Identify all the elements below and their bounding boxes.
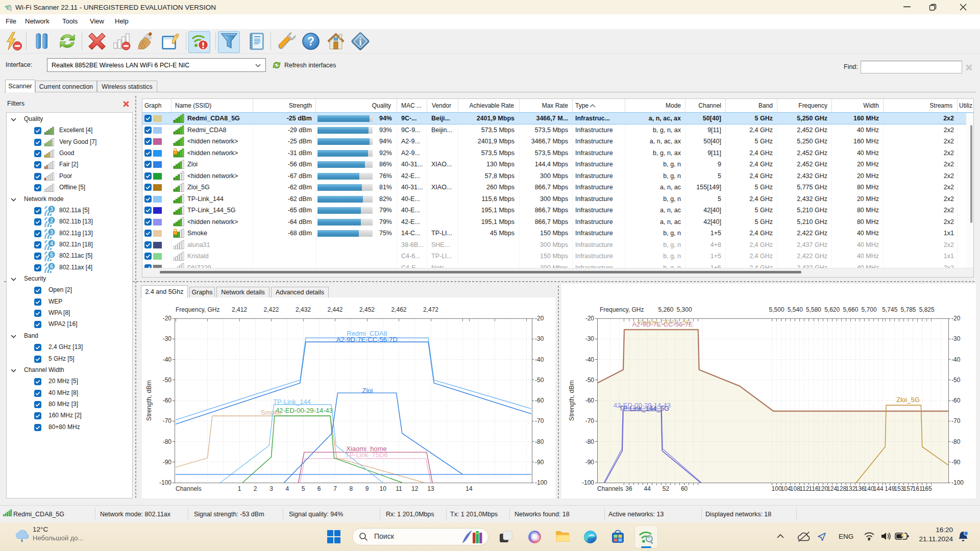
svg-text:Zloi_5G: Zloi_5G (896, 396, 920, 404)
svg-text:Frequency, GHz: Frequency, GHz (176, 306, 219, 313)
svg-text:-20: -20 (951, 315, 961, 322)
svg-text:-90: -90 (585, 459, 595, 466)
svg-text:-80: -80 (585, 438, 595, 445)
svg-text:?: ? (307, 35, 314, 48)
svg-text:-20: -20 (585, 315, 595, 322)
svg-text:9: 9 (365, 485, 369, 492)
svg-text:6: 6 (317, 485, 321, 492)
svg-text:-90: -90 (951, 459, 961, 466)
svg-text:-100: -100 (582, 479, 594, 486)
svg-text:3: 3 (50, 229, 53, 235)
svg-text:165: 165 (922, 485, 932, 492)
svg-text:13: 13 (427, 485, 434, 492)
svg-text:Strength, dBm: Strength, dBm (145, 380, 153, 421)
svg-text:5,745: 5,745 (882, 306, 897, 313)
svg-text:i: i (359, 36, 362, 47)
svg-text:5,785: 5,785 (900, 306, 916, 313)
svg-text:-80: -80 (535, 438, 544, 445)
svg-text:-30: -30 (535, 335, 544, 342)
svg-text:TP-Link_75D6: TP-Link_75D6 (345, 451, 387, 459)
svg-text:A2-9D-7E-CC-56-7D: A2-9D-7E-CC-56-7D (336, 336, 398, 343)
svg-text:10: 10 (380, 485, 387, 492)
svg-text:-40: -40 (535, 356, 544, 363)
svg-text:6: 6 (50, 263, 53, 269)
svg-text:-50: -50 (163, 377, 172, 384)
svg-text:Smoke: Smoke (261, 409, 281, 416)
svg-text:-70: -70 (163, 417, 172, 424)
svg-text:-60: -60 (163, 397, 172, 404)
svg-text:-50: -50 (585, 377, 595, 384)
svg-text:8: 8 (349, 485, 353, 492)
svg-text:-60: -60 (585, 397, 595, 404)
svg-text:Channels: Channels (176, 485, 202, 492)
svg-text:5,660: 5,660 (843, 306, 858, 313)
svg-text:7: 7 (333, 485, 337, 492)
svg-text:-70: -70 (951, 417, 961, 424)
svg-text:112: 112 (799, 485, 809, 492)
svg-text:2,412: 2,412 (232, 306, 247, 313)
svg-text:2: 2 (50, 217, 53, 223)
svg-text:Strength, dBm: Strength, dBm (568, 380, 575, 421)
svg-text:2,432: 2,432 (296, 306, 311, 313)
svg-text:-30: -30 (163, 335, 172, 342)
svg-text:A2-9D-7E-CC-56-7E: A2-9D-7E-CC-56-7E (632, 320, 693, 328)
svg-text:-90: -90 (163, 459, 172, 466)
svg-text:-80: -80 (163, 438, 172, 445)
svg-text:-30: -30 (951, 335, 961, 342)
svg-text:-40: -40 (951, 356, 961, 363)
svg-text:-40: -40 (585, 356, 595, 363)
svg-text:TP-Link_144: TP-Link_144 (273, 398, 311, 406)
svg-text:Channels: Channels (597, 485, 623, 492)
svg-text:1: 1 (238, 485, 241, 492)
svg-text:4: 4 (285, 485, 289, 492)
svg-text:5,580: 5,580 (806, 306, 821, 313)
svg-text:5,825: 5,825 (919, 306, 935, 313)
svg-text:2: 2 (254, 485, 257, 492)
svg-text:5,500: 5,500 (769, 306, 785, 313)
svg-text:-70: -70 (535, 417, 544, 424)
svg-text:42-ED-00-29-14-43: 42-ED-00-29-14-43 (276, 407, 333, 414)
svg-text:-30: -30 (585, 335, 595, 342)
svg-text:-80: -80 (951, 438, 961, 445)
svg-text:2,442: 2,442 (327, 306, 342, 313)
svg-text:-20: -20 (535, 315, 544, 322)
svg-text:2,452: 2,452 (359, 306, 375, 313)
svg-text:14: 14 (465, 485, 473, 492)
svg-text:5,260: 5,260 (658, 306, 673, 313)
svg-text:5: 5 (50, 252, 53, 258)
svg-text:Frequency, GHz: Frequency, GHz (600, 306, 644, 313)
svg-text:-70: -70 (585, 417, 595, 424)
svg-text:5: 5 (302, 485, 305, 492)
svg-text:44: 44 (644, 485, 651, 492)
svg-text:-20: -20 (163, 315, 172, 322)
svg-text:Zloi: Zloi (362, 387, 373, 394)
svg-text:TP-Link_144_5G: TP-Link_144_5G (619, 405, 669, 412)
svg-text:-100: -100 (159, 479, 172, 486)
svg-text:5,620: 5,620 (824, 306, 840, 313)
svg-text:3: 3 (270, 485, 273, 492)
svg-text:-50: -50 (951, 377, 961, 384)
svg-text:116: 116 (808, 485, 818, 492)
svg-text:2,422: 2,422 (263, 306, 279, 313)
svg-text:-100: -100 (535, 479, 547, 486)
svg-text:52: 52 (663, 485, 670, 492)
svg-text:5,700: 5,700 (862, 306, 877, 313)
svg-text:11: 11 (396, 485, 402, 492)
svg-text:5,540: 5,540 (788, 306, 803, 313)
svg-text:-100: -100 (951, 479, 964, 486)
svg-text:2,472: 2,472 (423, 306, 438, 313)
svg-text:-50: -50 (535, 377, 544, 384)
svg-text:60: 60 (681, 485, 688, 492)
svg-text:-60: -60 (951, 397, 961, 404)
svg-text:108: 108 (790, 485, 800, 492)
svg-text:5,300: 5,300 (677, 306, 692, 313)
svg-text:-90: -90 (535, 459, 544, 466)
svg-text:-60: -60 (535, 397, 544, 404)
svg-text:-40: -40 (163, 356, 172, 363)
svg-text:2,462: 2,462 (391, 306, 406, 313)
svg-text:12: 12 (411, 485, 419, 492)
svg-text:36: 36 (625, 485, 632, 492)
svg-text:4: 4 (50, 240, 54, 246)
svg-text:144: 144 (873, 485, 884, 492)
svg-text:3: 3 (50, 206, 53, 212)
